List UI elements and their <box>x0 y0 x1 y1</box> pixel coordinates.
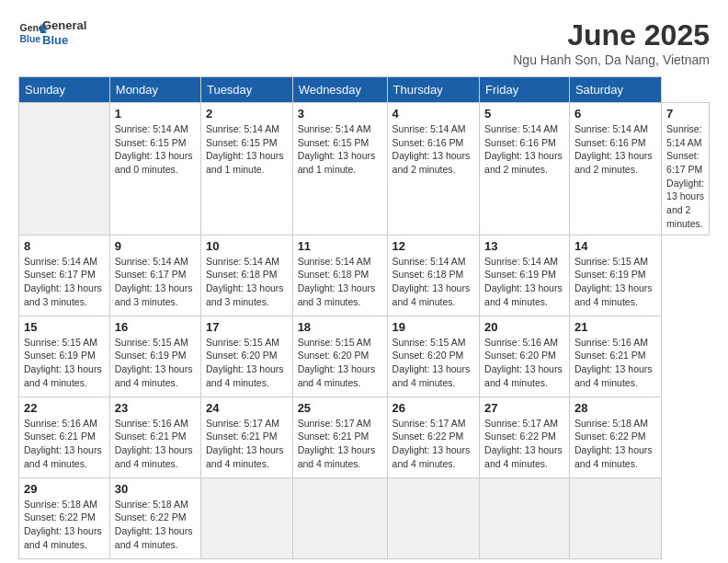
day-info: Sunrise: 5:17 AMSunset: 6:22 PMDaylight:… <box>484 417 564 471</box>
day-number: 11 <box>298 239 382 253</box>
day-number: 1 <box>115 107 196 121</box>
day-cell-10: 10Sunrise: 5:14 AMSunset: 6:18 PMDayligh… <box>200 235 292 316</box>
empty-cell <box>387 477 480 558</box>
week-row-3: 15Sunrise: 5:15 AMSunset: 6:19 PMDayligh… <box>19 316 710 396</box>
week-row-4: 22Sunrise: 5:16 AMSunset: 6:21 PMDayligh… <box>19 396 710 477</box>
day-number: 4 <box>392 107 475 121</box>
day-cell-24: 24Sunrise: 5:17 AMSunset: 6:21 PMDayligh… <box>200 396 292 477</box>
day-info: Sunrise: 5:14 AMSunset: 6:18 PMDaylight:… <box>392 255 475 309</box>
day-cell-27: 27Sunrise: 5:17 AMSunset: 6:22 PMDayligh… <box>480 396 570 477</box>
day-number: 27 <box>484 401 564 415</box>
day-number: 17 <box>206 320 288 334</box>
day-info: Sunrise: 5:14 AMSunset: 6:16 PMDaylight:… <box>392 122 475 177</box>
day-cell-11: 11Sunrise: 5:14 AMSunset: 6:18 PMDayligh… <box>292 235 387 316</box>
col-header-friday: Friday <box>480 77 570 103</box>
header-row: SundayMondayTuesdayWednesdayThursdayFrid… <box>19 77 710 103</box>
day-info: Sunrise: 5:15 AMSunset: 6:20 PMDaylight:… <box>206 336 288 390</box>
day-info: Sunrise: 5:14 AMSunset: 6:17 PMDaylight:… <box>666 122 704 231</box>
day-number: 2 <box>206 107 288 121</box>
day-cell-22: 22Sunrise: 5:16 AMSunset: 6:21 PMDayligh… <box>19 396 110 477</box>
day-number: 20 <box>484 320 564 334</box>
day-number: 21 <box>574 320 656 334</box>
day-info: Sunrise: 5:14 AMSunset: 6:18 PMDaylight:… <box>206 255 288 309</box>
logo-general: General <box>42 18 86 33</box>
day-cell-17: 17Sunrise: 5:15 AMSunset: 6:20 PMDayligh… <box>200 316 292 396</box>
calendar-table: SundayMondayTuesdayWednesdayThursdayFrid… <box>18 76 710 559</box>
day-number: 3 <box>298 107 382 121</box>
col-header-monday: Monday <box>109 77 200 103</box>
day-info: Sunrise: 5:15 AMSunset: 6:19 PMDaylight:… <box>115 336 196 390</box>
day-cell-9: 9Sunrise: 5:14 AMSunset: 6:17 PMDaylight… <box>109 235 200 316</box>
empty-cell <box>569 477 661 558</box>
day-number: 15 <box>24 320 105 334</box>
day-number: 12 <box>392 239 475 253</box>
empty-cell <box>480 477 570 558</box>
day-info: Sunrise: 5:14 AMSunset: 6:16 PMDaylight:… <box>574 122 656 177</box>
day-number: 5 <box>484 107 564 121</box>
day-cell-8: 8Sunrise: 5:14 AMSunset: 6:17 PMDaylight… <box>19 235 110 316</box>
day-info: Sunrise: 5:14 AMSunset: 6:15 PMDaylight:… <box>115 122 196 177</box>
day-cell-1: 1Sunrise: 5:14 AMSunset: 6:15 PMDaylight… <box>109 103 200 236</box>
week-row-2: 8Sunrise: 5:14 AMSunset: 6:17 PMDaylight… <box>19 235 710 316</box>
day-info: Sunrise: 5:14 AMSunset: 6:15 PMDaylight:… <box>206 122 288 177</box>
col-header-wednesday: Wednesday <box>292 77 387 103</box>
day-cell-2: 2Sunrise: 5:14 AMSunset: 6:15 PMDaylight… <box>200 103 292 236</box>
day-info: Sunrise: 5:16 AMSunset: 6:21 PMDaylight:… <box>574 336 656 390</box>
empty-cell <box>292 477 387 558</box>
week-row-5: 29Sunrise: 5:18 AMSunset: 6:22 PMDayligh… <box>19 477 710 558</box>
day-number: 25 <box>298 401 382 415</box>
day-number: 19 <box>392 320 475 334</box>
day-number: 18 <box>298 320 382 334</box>
day-number: 14 <box>574 239 656 253</box>
day-cell-29: 29Sunrise: 5:18 AMSunset: 6:22 PMDayligh… <box>19 477 110 558</box>
day-number: 13 <box>484 239 564 253</box>
day-cell-28: 28Sunrise: 5:18 AMSunset: 6:22 PMDayligh… <box>569 396 661 477</box>
day-cell-7: 7Sunrise: 5:14 AMSunset: 6:17 PMDaylight… <box>662 103 710 236</box>
col-header-tuesday: Tuesday <box>200 77 292 103</box>
day-cell-20: 20Sunrise: 5:16 AMSunset: 6:20 PMDayligh… <box>480 316 570 396</box>
logo-blue: Blue <box>42 33 86 48</box>
col-header-saturday: Saturday <box>569 77 661 103</box>
day-info: Sunrise: 5:14 AMSunset: 6:19 PMDaylight:… <box>484 255 564 309</box>
day-cell-14: 14Sunrise: 5:15 AMSunset: 6:19 PMDayligh… <box>569 235 661 316</box>
day-number: 22 <box>24 401 105 415</box>
day-info: Sunrise: 5:17 AMSunset: 6:21 PMDaylight:… <box>298 417 382 471</box>
day-cell-26: 26Sunrise: 5:17 AMSunset: 6:22 PMDayligh… <box>387 396 480 477</box>
day-info: Sunrise: 5:16 AMSunset: 6:21 PMDaylight:… <box>24 417 105 471</box>
day-info: Sunrise: 5:15 AMSunset: 6:20 PMDaylight:… <box>392 336 475 390</box>
day-info: Sunrise: 5:18 AMSunset: 6:22 PMDaylight:… <box>115 498 196 552</box>
day-cell-18: 18Sunrise: 5:15 AMSunset: 6:20 PMDayligh… <box>292 316 387 396</box>
day-info: Sunrise: 5:15 AMSunset: 6:19 PMDaylight:… <box>24 336 105 390</box>
day-info: Sunrise: 5:16 AMSunset: 6:20 PMDaylight:… <box>484 336 564 390</box>
day-cell-19: 19Sunrise: 5:15 AMSunset: 6:20 PMDayligh… <box>387 316 480 396</box>
day-info: Sunrise: 5:14 AMSunset: 6:16 PMDaylight:… <box>484 122 564 177</box>
day-info: Sunrise: 5:14 AMSunset: 6:15 PMDaylight:… <box>298 122 382 177</box>
day-info: Sunrise: 5:15 AMSunset: 6:20 PMDaylight:… <box>298 336 382 390</box>
day-cell-16: 16Sunrise: 5:15 AMSunset: 6:19 PMDayligh… <box>109 316 200 396</box>
day-number: 7 <box>666 107 704 121</box>
day-number: 8 <box>24 239 105 253</box>
day-info: Sunrise: 5:18 AMSunset: 6:22 PMDaylight:… <box>574 417 656 471</box>
day-info: Sunrise: 5:15 AMSunset: 6:19 PMDaylight:… <box>574 255 656 309</box>
day-cell-15: 15Sunrise: 5:15 AMSunset: 6:19 PMDayligh… <box>19 316 110 396</box>
day-number: 28 <box>574 401 656 415</box>
week-row-1: 1Sunrise: 5:14 AMSunset: 6:15 PMDaylight… <box>19 103 710 236</box>
day-number: 23 <box>115 401 196 415</box>
day-cell-5: 5Sunrise: 5:14 AMSunset: 6:16 PMDaylight… <box>480 103 570 236</box>
day-number: 9 <box>115 239 196 253</box>
day-number: 24 <box>206 401 288 415</box>
location-text: Ngu Hanh Son, Da Nang, Vietnam <box>513 52 710 67</box>
day-cell-13: 13Sunrise: 5:14 AMSunset: 6:19 PMDayligh… <box>480 235 570 316</box>
month-title: June 2025 <box>513 18 710 52</box>
logo: General Blue General Blue <box>18 18 86 48</box>
page-header: General Blue General Blue June 2025 Ngu … <box>18 18 710 67</box>
day-cell-4: 4Sunrise: 5:14 AMSunset: 6:16 PMDaylight… <box>387 103 480 236</box>
day-number: 6 <box>574 107 656 121</box>
day-number: 10 <box>206 239 288 253</box>
day-info: Sunrise: 5:14 AMSunset: 6:17 PMDaylight:… <box>24 255 105 309</box>
day-info: Sunrise: 5:17 AMSunset: 6:21 PMDaylight:… <box>206 417 288 471</box>
svg-text:Blue: Blue <box>20 34 41 44</box>
day-info: Sunrise: 5:17 AMSunset: 6:22 PMDaylight:… <box>392 417 475 471</box>
day-cell-30: 30Sunrise: 5:18 AMSunset: 6:22 PMDayligh… <box>109 477 200 558</box>
empty-cell <box>200 477 292 558</box>
